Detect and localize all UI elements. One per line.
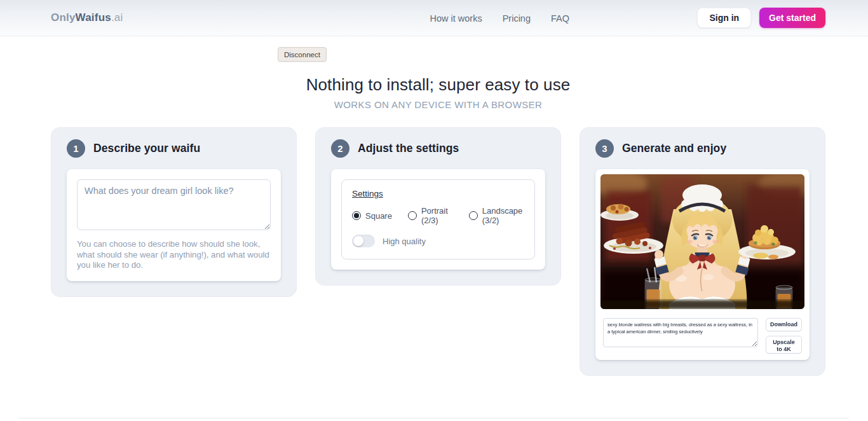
settings-legend: Settings: [352, 189, 524, 198]
generate-actions-row: sexy blonde waitress with big breasts, d…: [600, 318, 804, 355]
radio-landscape[interactable]: Landscape (3/2): [469, 206, 524, 225]
upscale-line2: to 4K: [776, 346, 791, 352]
step-card-describe: 1 Describe your waifu You can choose to …: [51, 127, 297, 297]
nav-how-it-works[interactable]: How it works: [430, 13, 482, 24]
download-button[interactable]: Download: [766, 318, 802, 331]
toggle-knob: [353, 236, 363, 246]
step-3-title: Generate and enjoy: [622, 142, 726, 155]
step-3-header: 3 Generate and enjoy: [595, 139, 810, 158]
disconnect-button[interactable]: Disconnect: [278, 47, 327, 62]
nav-pricing[interactable]: Pricing: [503, 13, 531, 24]
high-quality-toggle[interactable]: [352, 235, 375, 247]
step-1-number-badge: 1: [67, 139, 85, 158]
generate-panel: sexy blonde waitress with big breasts, d…: [595, 169, 810, 360]
step-card-settings: 2 Adjust the settings Settings Square Po…: [315, 127, 561, 286]
radio-square-label: Square: [365, 211, 392, 221]
aspect-ratio-radios: Square Portrait (2/3) Landscape (3/2): [352, 206, 524, 225]
page-title: Nothing to install; super easy to use: [51, 75, 825, 95]
footer-divider: [19, 418, 849, 418]
upscale-4k-button[interactable]: Upscaleto 4K: [766, 336, 802, 354]
radio-landscape-ring[interactable]: [469, 211, 478, 220]
top-nav-bar: OnlyWaifus.ai How it works Pricing FAQ S…: [0, 0, 868, 36]
step-3-number-badge: 3: [595, 139, 614, 158]
radio-portrait-label: Portrait (2/3): [421, 206, 453, 225]
logo-part-only: Only: [51, 11, 76, 24]
step-2-header: 2 Adjust the settings: [331, 139, 545, 158]
settings-fieldset: Settings Square Portrait (2/3) Landsc: [341, 179, 535, 259]
upscale-line1: Upscale: [773, 339, 795, 345]
radio-square-ring[interactable]: [352, 211, 361, 220]
steps-row: 1 Describe your waifu You can choose to …: [51, 127, 825, 376]
landing-page: OnlyWaifus.ai How it works Pricing FAQ S…: [0, 0, 868, 421]
prompt-text-input[interactable]: sexy blonde waitress with big breasts, d…: [603, 318, 758, 347]
header-actions: Sign in Get started: [697, 8, 825, 28]
step-1-title: Describe your waifu: [93, 142, 200, 155]
step-card-generate: 3 Generate and enjoy: [580, 127, 825, 376]
hero-section: Nothing to install; super easy to use WO…: [51, 75, 825, 110]
step-1-header: 1 Describe your waifu: [67, 139, 281, 158]
main-nav: How it works Pricing FAQ: [430, 0, 569, 36]
page-subtitle: WORKS ON ANY DEVICE WITH A BROWSER: [51, 99, 825, 110]
radio-square[interactable]: Square: [352, 211, 392, 221]
logo-part-waifus: Waifus: [76, 11, 111, 24]
logo-part-ai: .ai: [111, 11, 123, 24]
anime-waitress-illustration: [600, 174, 804, 309]
generated-image: [600, 174, 804, 309]
describe-panel: You can choose to describe how should sh…: [67, 169, 281, 281]
nav-faq[interactable]: FAQ: [551, 13, 569, 24]
logo[interactable]: OnlyWaifus.ai: [51, 11, 123, 24]
get-started-button[interactable]: Get started: [759, 8, 825, 28]
radio-portrait[interactable]: Portrait (2/3): [408, 206, 453, 225]
waifu-description-input[interactable]: [77, 179, 271, 230]
describe-helper-text: You can choose to describe how should sh…: [77, 239, 271, 271]
step-2-number-badge: 2: [331, 139, 349, 158]
high-quality-row: High quality: [352, 235, 524, 247]
settings-panel: Settings Square Portrait (2/3) Landsc: [331, 169, 545, 270]
generate-buttons: Download Upscaleto 4K: [766, 318, 802, 354]
step-2-title: Adjust the settings: [358, 142, 459, 155]
sign-in-button[interactable]: Sign in: [697, 8, 751, 28]
radio-landscape-label: Landscape (3/2): [482, 206, 524, 225]
high-quality-label: High quality: [383, 237, 426, 246]
radio-portrait-ring[interactable]: [408, 211, 417, 220]
